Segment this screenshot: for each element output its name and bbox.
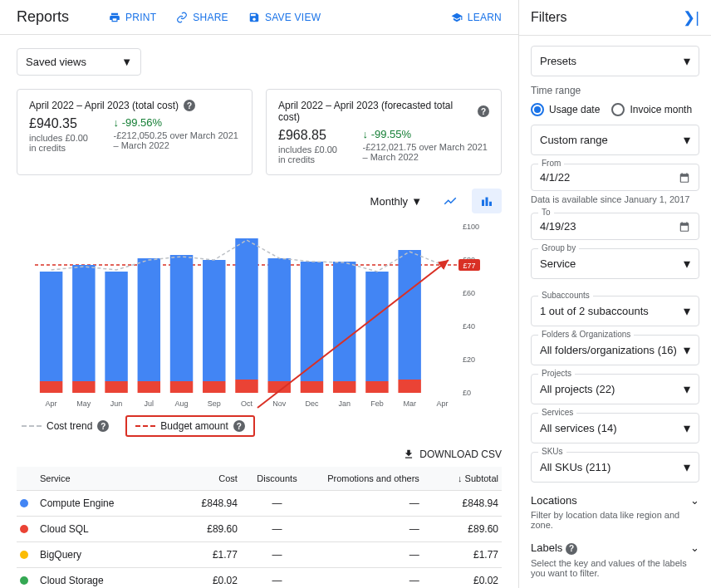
help-icon[interactable]: ?	[233, 420, 245, 432]
chevron-down-icon: ▼	[411, 195, 422, 208]
chevron-down-icon: ⌄	[690, 494, 699, 507]
svg-text:Apr: Apr	[46, 399, 57, 408]
line-chart-toggle[interactable]	[435, 189, 465, 213]
saved-views-dropdown[interactable]: Saved views ▼	[17, 48, 141, 76]
svg-rect-43	[365, 272, 388, 381]
chevron-down-icon: ▾	[684, 420, 690, 436]
to-date-field[interactable]: To 4/19/23	[531, 213, 699, 240]
svg-text:Dec: Dec	[305, 399, 319, 408]
legend-dot	[20, 525, 28, 533]
svg-rect-19	[105, 272, 127, 381]
labels-section[interactable]: Labels ? ⌄	[531, 541, 699, 555]
collapse-icon[interactable]: ❯|	[683, 8, 699, 27]
legend-cost-trend: Cost trend ?	[22, 420, 109, 432]
svg-rect-28	[203, 260, 225, 381]
filters-title: Filters	[531, 10, 567, 25]
cost-table: Service Cost Discounts Promotions and ot…	[17, 467, 502, 588]
legend-budget-amount: Budget amount ?	[125, 415, 254, 437]
table-row[interactable]: Compute Engine £848.94 — — £848.94	[17, 491, 502, 517]
svg-text:£60: £60	[463, 289, 475, 297]
services-field[interactable]: Services All services (14) ▾	[531, 413, 699, 443]
share-button[interactable]: SHARE	[176, 12, 228, 23]
svg-rect-18	[105, 381, 127, 393]
svg-rect-16	[72, 265, 95, 381]
table-row[interactable]: Cloud Storage £0.02 — — £0.02	[17, 568, 502, 588]
calendar-icon	[679, 172, 690, 184]
presets-dropdown[interactable]: Presets ▾	[531, 46, 699, 76]
cost-chart: £0£20£40£60£80£100£77AprMayJunJulAugSepO…	[17, 218, 502, 409]
help-icon[interactable]: ?	[97, 420, 109, 432]
chevron-down-icon: ▾	[684, 256, 690, 272]
print-button[interactable]: PRINT	[109, 12, 156, 23]
page-title: Reports	[17, 8, 69, 26]
svg-rect-0	[482, 200, 484, 207]
help-icon[interactable]: ?	[566, 543, 577, 555]
folders-field[interactable]: Folders & Organizations All folders/orga…	[531, 335, 699, 365]
from-help-text: Data is available since January 1, 2017	[531, 194, 699, 204]
usage-date-radio[interactable]: Usage date	[531, 103, 600, 116]
range-dropdown[interactable]: Custom range ▾	[531, 125, 699, 155]
invoice-month-radio[interactable]: Invoice month	[611, 103, 692, 116]
legend-dot	[20, 551, 28, 559]
svg-text:£100: £100	[463, 223, 479, 231]
svg-text:Sep: Sep	[208, 399, 221, 408]
svg-rect-36	[301, 381, 323, 393]
subtotal-sort[interactable]: ↓ Subtotal	[419, 473, 498, 483]
svg-rect-27	[203, 381, 225, 393]
interval-dropdown[interactable]: Monthly ▼	[364, 190, 429, 213]
chevron-down-icon: ⌄	[690, 541, 699, 554]
calendar-icon	[679, 221, 690, 233]
svg-text:£40: £40	[463, 322, 475, 331]
share-icon	[176, 12, 188, 23]
summary-card: April 2022 – April 2023 (total cost)? £9…	[17, 89, 253, 175]
svg-text:Mar: Mar	[403, 399, 416, 408]
help-icon[interactable]: ?	[478, 105, 489, 117]
save-view-button[interactable]: SAVE VIEW	[248, 12, 321, 23]
svg-rect-31	[235, 238, 257, 380]
svg-text:Apr: Apr	[436, 399, 448, 408]
svg-rect-2	[489, 202, 492, 206]
svg-rect-15	[72, 381, 95, 393]
print-icon	[109, 12, 120, 23]
chevron-down-icon: ▾	[684, 53, 690, 69]
from-date-field[interactable]: From 4/1/22	[531, 164, 699, 191]
table-row[interactable]: BigQuery £1.77 — — £1.77	[17, 542, 502, 568]
projects-field[interactable]: Projects All projects (22) ▾	[531, 374, 699, 404]
svg-rect-45	[398, 380, 420, 393]
svg-rect-30	[235, 380, 257, 393]
bar-chart-toggle[interactable]	[472, 189, 502, 213]
help-icon[interactable]: ?	[184, 100, 195, 111]
locations-section[interactable]: Locations ⌄	[531, 494, 699, 507]
svg-rect-1	[486, 198, 488, 207]
bar-chart-icon	[479, 194, 494, 208]
svg-rect-40	[333, 262, 356, 381]
chevron-down-icon: ▾	[684, 381, 690, 397]
svg-rect-34	[268, 258, 291, 381]
download-icon	[403, 448, 414, 460]
skus-field[interactable]: SKUs All SKUs (211) ▾	[531, 452, 699, 483]
save-icon	[248, 12, 260, 23]
svg-text:Oct: Oct	[241, 399, 253, 408]
legend-dot	[20, 499, 28, 507]
svg-text:£0: £0	[463, 389, 471, 397]
chevron-down-icon: ▼	[121, 56, 132, 68]
time-range-label: Time range	[531, 85, 699, 96]
svg-text:Aug: Aug	[175, 399, 189, 408]
chevron-down-icon: ▾	[684, 342, 690, 358]
svg-text:£77: £77	[463, 262, 475, 270]
svg-rect-37	[301, 262, 323, 381]
table-row[interactable]: Cloud SQL £89.60 — — £89.60	[17, 517, 502, 542]
svg-rect-12	[40, 381, 62, 393]
svg-rect-24	[170, 381, 193, 393]
group-by-field[interactable]: Group by Service ▾	[531, 248, 699, 279]
svg-text:Jul: Jul	[145, 399, 154, 408]
svg-text:May: May	[76, 399, 91, 408]
svg-rect-13	[40, 272, 62, 381]
svg-rect-46	[398, 250, 420, 380]
download-csv-button[interactable]: DOWNLOAD CSV	[17, 448, 502, 460]
svg-rect-25	[170, 255, 193, 381]
learn-button[interactable]: LEARN	[451, 12, 502, 23]
subaccounts-field[interactable]: Subaccounts 1 out of 2 subaccounts ▾	[531, 296, 699, 326]
chevron-down-icon: ▾	[684, 132, 690, 148]
line-chart-icon	[443, 194, 458, 208]
